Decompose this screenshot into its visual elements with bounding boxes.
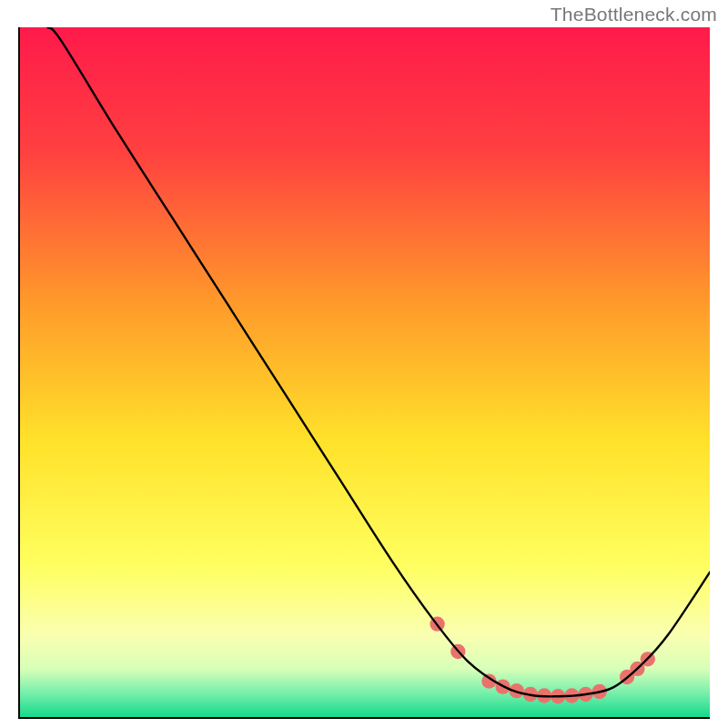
gradient-rect bbox=[20, 27, 710, 717]
attribution-text: TheBottleneck.com bbox=[551, 4, 717, 25]
chart-svg bbox=[20, 27, 710, 717]
plot-area bbox=[18, 27, 710, 719]
chart-frame: TheBottleneck.com bbox=[0, 0, 728, 728]
